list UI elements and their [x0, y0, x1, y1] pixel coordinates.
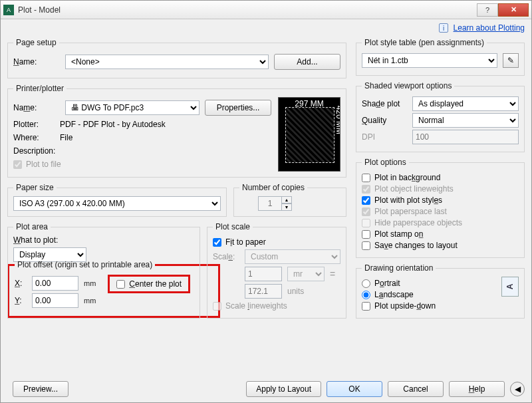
scale-numerator-input: [245, 267, 282, 281]
window-title: Plot - Model: [18, 5, 477, 15]
paper-preview: 297 MM 420 MM: [278, 97, 340, 172]
plot-offset-legend: Plot offset (origin set to printable are…: [15, 260, 155, 269]
chevron-left-icon: ◀: [515, 384, 521, 394]
landscape-radio[interactable]: Landscape: [362, 290, 495, 299]
equals-icon: =: [330, 269, 335, 279]
quality-label: Quality: [362, 116, 407, 125]
y-label: Y:: [15, 296, 27, 305]
shade-plot-label: Shade plot: [362, 99, 407, 108]
properties-button[interactable]: Properties...: [205, 100, 271, 116]
copies-down: ▼: [281, 203, 292, 211]
orientation-preview-icon: A: [501, 277, 519, 297]
learn-about-plotting-link[interactable]: Learn about Plotting: [454, 23, 525, 33]
cancel-button[interactable]: Cancel: [388, 381, 444, 397]
page-setup-name-select[interactable]: <None>: [65, 55, 269, 69]
plot-options-group: Plot options Plot in background Plot obj…: [356, 158, 525, 258]
drawing-orientation-legend: Drawing orientation: [362, 263, 436, 273]
info-icon: i: [439, 23, 448, 33]
x-label: X:: [15, 279, 27, 288]
preview-button[interactable]: Preview...: [13, 381, 68, 397]
x-offset-input[interactable]: [32, 276, 78, 291]
page-setup-name-label: Name:: [13, 57, 60, 67]
paper-size-legend: Paper size: [13, 183, 57, 192]
plot-area-legend: Plot area: [13, 222, 51, 231]
edit-plot-style-button[interactable]: ✎: [503, 53, 519, 68]
plot-style-table-group: Plot style table (pen assignments) Nét i…: [356, 38, 525, 76]
app-icon: A: [3, 5, 14, 15]
center-plot-checkbox[interactable]: Center the plot: [108, 275, 190, 293]
close-button[interactable]: ✕: [498, 3, 529, 17]
paper-size-group: Paper size ISO A3 (297.00 x 420.00 MM): [7, 183, 227, 217]
help-titlebar-button[interactable]: ?: [477, 3, 498, 17]
plotter-value: PDF - PDF Plot - by Autodesk: [60, 120, 271, 129]
printer-name-label: Name:: [13, 103, 60, 112]
apply-to-layout-button[interactable]: Apply to Layout: [246, 381, 321, 397]
drawing-orientation-group: Drawing orientation Portrait Landscape P…: [356, 263, 525, 319]
plot-to-file-checkbox: Plot to file: [13, 160, 271, 169]
shaded-viewport-legend: Shaded viewport options: [362, 81, 454, 90]
shade-plot-select[interactable]: As displayed: [412, 96, 519, 111]
fit-to-paper-checkbox[interactable]: Fit to paper: [213, 237, 340, 247]
copies-input: [258, 196, 282, 211]
ok-button[interactable]: OK: [327, 381, 382, 397]
save-changes-checkbox[interactable]: Save changes to layout: [362, 241, 519, 250]
plot-scale-legend: Plot scale: [213, 222, 253, 231]
plot-stamp-checkbox[interactable]: Plot stamp on: [362, 229, 519, 239]
dpi-input: [412, 130, 519, 144]
plotter-label: Plotter:: [13, 120, 60, 129]
copies-group: Number of copies ▲▼: [233, 183, 346, 217]
hide-paperspace-checkbox: Hide paperspace objects: [362, 218, 519, 227]
plot-scale-group: Plot scale Fit to paper Scale: Custom: [207, 222, 346, 319]
where-label: Where:: [13, 133, 60, 142]
printer-plotter-group: Printer/plotter Name: 🖶 DWG To PDF.pc3 P…: [7, 84, 346, 178]
printer-plotter-legend: Printer/plotter: [13, 84, 66, 93]
plot-dialog: A Plot - Model ? ✕ i Learn about Plottin…: [0, 0, 532, 403]
dpi-label: DPI: [362, 132, 407, 142]
scale-label: Scale:: [213, 252, 239, 261]
scale-unit-select: mm: [287, 267, 325, 281]
plot-paperspace-last-checkbox: Plot paperspace last: [362, 207, 519, 216]
y-unit-label: mm: [84, 297, 96, 305]
titlebar: A Plot - Model ? ✕: [1, 1, 531, 19]
scale-units-input: [245, 284, 282, 299]
units-label: units: [287, 287, 304, 296]
where-value: File: [60, 133, 271, 142]
plot-lineweights-checkbox: Plot object lineweights: [362, 184, 519, 194]
printer-name-select[interactable]: 🖶 DWG To PDF.pc3: [65, 100, 200, 115]
plot-options-legend: Plot options: [362, 158, 409, 167]
description-label: Description:: [13, 146, 60, 156]
x-unit-label: mm: [84, 279, 96, 287]
plot-upside-down-checkbox[interactable]: Plot upside-down: [362, 301, 495, 311]
add-button[interactable]: Add...: [274, 54, 340, 70]
y-offset-input[interactable]: [32, 293, 78, 308]
quality-select[interactable]: Normal: [412, 113, 519, 128]
plot-with-styles-checkbox[interactable]: Plot with plot styles: [362, 196, 519, 205]
portrait-radio[interactable]: Portrait: [362, 279, 495, 288]
pencil-icon: ✎: [507, 56, 514, 65]
page-setup-group: Page setup Name: <None> Add...: [7, 38, 346, 78]
scale-select: Custom: [245, 249, 340, 264]
copies-legend: Number of copies: [239, 183, 307, 192]
shaded-viewport-group: Shaded viewport options Shade plot As di…: [356, 81, 525, 152]
page-setup-legend: Page setup: [13, 38, 59, 47]
paper-size-select[interactable]: ISO A3 (297.00 x 420.00 MM): [13, 196, 221, 211]
help-button[interactable]: Help: [449, 381, 505, 397]
scale-lineweights-checkbox: Scale lineweights: [213, 301, 340, 311]
preview-height-label: 420 MM: [334, 106, 340, 134]
copies-up: ▲: [281, 196, 292, 203]
plot-background-checkbox[interactable]: Plot in background: [362, 173, 519, 182]
plot-style-table-select[interactable]: Nét in 1.ctb: [362, 53, 497, 68]
plot-style-table-legend: Plot style table (pen assignments): [362, 38, 487, 47]
what-to-plot-label: What to plot:: [13, 235, 194, 245]
collapse-toggle-button[interactable]: ◀: [510, 382, 525, 396]
